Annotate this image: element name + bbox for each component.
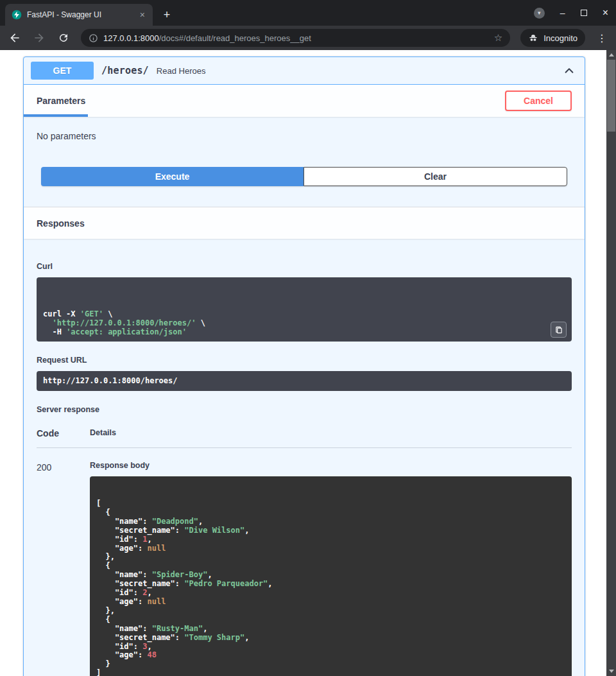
incognito-label: Incognito	[543, 33, 578, 43]
server-response-table: Code Details 200 Response body [ { "name…	[37, 420, 572, 676]
scrollbar-thumb[interactable]	[607, 60, 615, 132]
response-details-cell: Response body [ { "name": "Deadpond", "s…	[90, 458, 572, 676]
incognito-icon	[528, 33, 538, 43]
browser-tab[interactable]: FastAPI - Swagger UI ×	[5, 4, 153, 26]
copy-curl-button[interactable]	[551, 322, 567, 338]
no-parameters-text: No parameters	[24, 117, 585, 160]
forward-icon[interactable]	[32, 31, 46, 45]
code-column-header: Code	[37, 428, 90, 438]
site-info-icon[interactable]	[89, 33, 98, 43]
bookmark-star-icon[interactable]: ☆	[494, 32, 502, 44]
parameters-header: Parameters Cancel	[24, 85, 585, 117]
window-close-button[interactable]: ×	[603, 7, 608, 19]
collapse-chevron-icon[interactable]	[563, 65, 578, 76]
browser-tab-strip: FastAPI - Swagger UI × + ▾ – ×	[0, 0, 616, 26]
page-scrollbar[interactable]	[606, 50, 616, 676]
method-badge: GET	[31, 62, 94, 80]
response-body-label: Response body	[90, 461, 572, 470]
responses-title: Responses	[37, 218, 85, 229]
fastapi-favicon	[12, 10, 22, 20]
operation-summary-row[interactable]: GET /heroes/ Read Heroes	[24, 57, 585, 85]
profile-icon[interactable]: ▾	[534, 8, 545, 19]
response-row-200: 200 Response body [ { "name": "Deadpond"…	[37, 448, 572, 676]
responses-body: Curl curl -X 'GET' \ 'http://127.0.0.1:8…	[24, 239, 585, 676]
cancel-button[interactable]: Cancel	[505, 91, 572, 111]
url-host: 127.0.0.1:8000	[103, 33, 159, 43]
page-content: GET /heroes/ Read Heroes Parameters Canc…	[0, 50, 616, 676]
operation-description: Read Heroes	[157, 66, 206, 76]
server-response-label: Server response	[37, 405, 572, 414]
new-tab-button[interactable]: +	[158, 6, 176, 24]
url-text[interactable]: 127.0.0.1:8000/docs#/default/read_heroes…	[103, 33, 489, 43]
minimize-button[interactable]: –	[560, 10, 565, 16]
request-url-label: Request URL	[37, 356, 572, 365]
operation-path: /heroes/	[101, 65, 149, 76]
incognito-badge: Incognito	[520, 29, 585, 47]
responses-header: Responses	[24, 207, 585, 239]
details-column-header: Details	[90, 428, 116, 438]
tab-close-icon[interactable]: ×	[139, 10, 146, 20]
scrollbar-down-icon[interactable]	[606, 666, 616, 676]
request-url-block: http://127.0.0.1:8000/heroes/	[37, 371, 572, 391]
browser-menu-icon[interactable]: ⋮	[595, 32, 608, 44]
browser-toolbar: 127.0.0.1:8000/docs#/default/read_heroes…	[0, 26, 616, 50]
status-code: 200	[37, 458, 90, 676]
url-path: /docs#/default/read_heroes_heroes__get	[159, 33, 311, 43]
scrollbar-up-icon[interactable]	[606, 50, 616, 60]
curl-command-block: curl -X 'GET' \ 'http://127.0.0.1:8000/h…	[37, 277, 572, 342]
operation-block-get-heroes: GET /heroes/ Read Heroes Parameters Canc…	[23, 56, 585, 676]
maximize-button[interactable]	[581, 10, 587, 16]
execute-button-group: Execute Clear	[24, 160, 585, 207]
clear-button[interactable]: Clear	[304, 167, 567, 186]
tab-title: FastAPI - Swagger UI	[27, 10, 133, 19]
response-body-block: [ { "name": "Deadpond", "secret_name": "…	[90, 476, 572, 676]
parameters-title: Parameters	[37, 96, 85, 106]
execute-button[interactable]: Execute	[41, 167, 304, 186]
back-icon[interactable]	[8, 31, 22, 45]
curl-label: Curl	[37, 262, 572, 271]
parameters-tab-underline	[24, 114, 88, 117]
url-bar[interactable]: 127.0.0.1:8000/docs#/default/read_heroes…	[81, 29, 510, 47]
window-controls: ▾ – ×	[534, 0, 608, 26]
response-table-header: Code Details	[37, 420, 572, 448]
reload-icon[interactable]	[56, 31, 71, 45]
